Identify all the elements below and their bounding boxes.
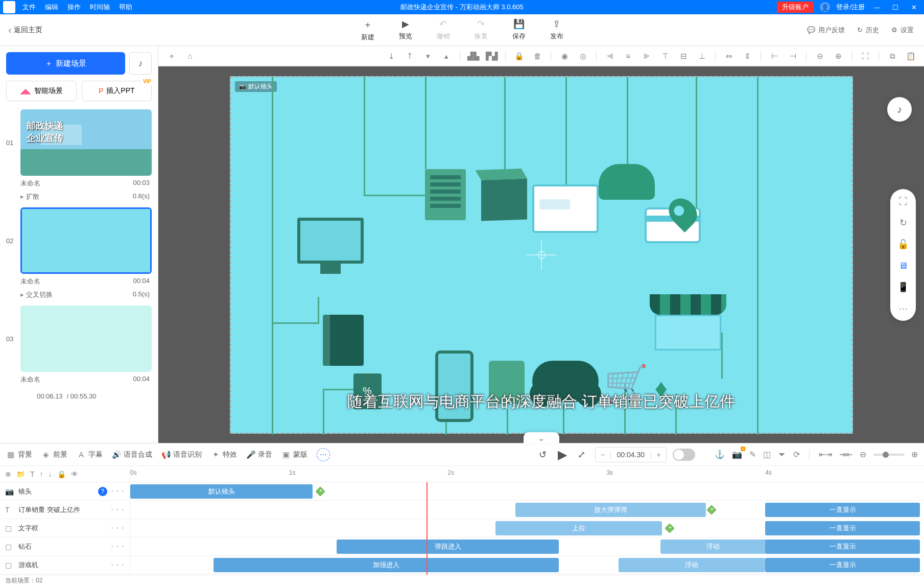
top-right-1[interactable]: ↻历史 <box>857 26 879 35</box>
align-top-icon[interactable]: ⤒ <box>402 49 417 63</box>
shoe-icon[interactable] <box>599 164 655 200</box>
transition-name[interactable]: 交叉切换 <box>26 291 53 298</box>
zoom-in-icon[interactable]: ⊕ <box>831 49 845 63</box>
canvas-music-fab[interactable]: ♪ <box>887 97 912 122</box>
eye-show-icon[interactable]: ◉ <box>557 49 572 63</box>
align-left-icon[interactable]: ⫷ <box>603 49 617 63</box>
timeline-clip[interactable]: 一直显示 <box>765 540 920 554</box>
text-tool-icon[interactable]: T <box>30 470 35 478</box>
canvas[interactable]: 默认镜头 <box>230 76 853 434</box>
scene-thumb-1[interactable] <box>20 207 152 274</box>
menu-edit[interactable]: 编辑 <box>45 3 58 12</box>
more-tabs-button[interactable]: ⋯ <box>317 448 330 461</box>
rewind-button[interactable]: ↺ <box>536 448 550 462</box>
time-minus[interactable]: − <box>596 451 611 459</box>
center-v-icon[interactable]: ⊣ <box>786 49 800 63</box>
collapse-h-icon[interactable]: ⇤⇥ <box>819 450 832 459</box>
zoom-out-icon[interactable]: ⊖ <box>813 49 827 63</box>
camera-icon[interactable]: 📷V <box>732 450 742 459</box>
edit-icon[interactable]: ✎ <box>749 450 756 459</box>
bottom-tab-3[interactable]: 🔊语音合成 <box>112 450 152 459</box>
top-action-5[interactable]: ⇪发布 <box>550 18 563 42</box>
bottom-tab-7[interactable]: ▣蒙版 <box>281 450 307 459</box>
delete-icon[interactable]: 🗑 <box>530 49 544 63</box>
timeline-clip[interactable]: 上拉 <box>495 521 662 535</box>
bring-front-icon[interactable]: ▴ <box>439 49 454 63</box>
paste-icon[interactable]: 📋 <box>904 49 918 63</box>
scene-thumb-0[interactable]: 邮政快递 企业宣传 <box>20 109 152 176</box>
track-label[interactable]: ▢ 游戏机 • • • <box>0 556 130 574</box>
add-track-icon[interactable]: ⊕ <box>5 470 11 478</box>
top-action-0[interactable]: ＋新建 <box>361 18 374 42</box>
track-lane[interactable]: 加强进入浮动一直显示 <box>130 556 924 574</box>
top-right-2[interactable]: ⚙设置 <box>891 26 914 35</box>
expand-h-icon[interactable]: ⇥⇤ <box>839 450 852 459</box>
folder-icon[interactable]: 📁 <box>16 470 25 478</box>
timeline-ruler[interactable]: 0s1s2s3s4s <box>130 466 924 482</box>
login-button[interactable]: 登录/注册 <box>836 3 865 12</box>
align-center-h-icon[interactable]: ≡ <box>621 49 635 63</box>
track-label[interactable]: ▢ 文字框 • • • <box>0 519 130 537</box>
track-label[interactable]: ▢ 钻石 • • • <box>0 537 130 555</box>
unlock-icon[interactable]: 🔓 <box>897 238 909 250</box>
help-icon[interactable]: ? <box>98 487 107 496</box>
eye-track-icon[interactable]: 👁 <box>71 470 78 478</box>
bottom-tab-4[interactable]: 📢语音识别 <box>161 450 202 459</box>
bottom-tab-2[interactable]: A字幕 <box>77 450 103 459</box>
transition-name[interactable]: 扩散 <box>26 193 39 200</box>
fit-icon[interactable]: ⛶ <box>858 49 872 63</box>
timeline-clip[interactable]: 一直显示 <box>765 558 920 572</box>
flip-v-icon[interactable]: ▛▟ <box>485 49 499 63</box>
top-action-1[interactable]: ▶预览 <box>399 18 412 42</box>
zoom-in2-icon[interactable]: ⊕ <box>911 450 918 459</box>
canvas-viewport[interactable]: 默认镜头 <box>158 66 924 443</box>
bottom-tab-1[interactable]: ◈前景 <box>41 450 67 459</box>
flip-h-icon[interactable]: ▟▙ <box>466 49 481 63</box>
center-h-icon[interactable]: ⊢ <box>767 49 781 63</box>
home-icon[interactable]: ⌂ <box>183 49 197 63</box>
fullscreen-icon[interactable]: ⛶ <box>897 195 909 207</box>
layer-down-icon[interactable]: ↓ <box>49 470 52 478</box>
lock-icon[interactable]: 🔒 <box>512 49 526 63</box>
desktop-icon[interactable]: 🖥 <box>897 260 909 272</box>
scene-thumb-2[interactable] <box>20 306 152 372</box>
mobile-icon[interactable]: 📱 <box>897 281 909 293</box>
close-button[interactable]: ✕ <box>908 4 920 11</box>
cursor-icon[interactable]: ⌖ <box>164 49 179 63</box>
align-top2-icon[interactable]: ⊤ <box>658 49 672 63</box>
send-back-icon[interactable]: ▾ <box>421 49 435 63</box>
refresh-icon[interactable]: ⟳ <box>793 450 800 459</box>
maximize-button[interactable]: ☐ <box>889 4 902 11</box>
collapse-panel-button[interactable]: ⌄ <box>524 432 559 443</box>
music-button[interactable]: ♪ <box>129 52 152 75</box>
back-home-button[interactable]: 返回主页 <box>0 24 51 36</box>
layer-up-icon[interactable]: ↑ <box>40 470 43 478</box>
timeline-clip[interactable]: 浮动 <box>619 558 765 572</box>
distribute-h-icon[interactable]: ⇔ <box>722 49 736 63</box>
timeline-clip[interactable]: 放大弹弹弹 <box>515 503 706 517</box>
lock-track-icon[interactable]: 🔒 <box>57 470 66 478</box>
track-label[interactable]: 📷 镜头 ? • • • <box>0 482 130 500</box>
zoom-out2-icon[interactable]: ⊖ <box>860 450 866 459</box>
expand-button[interactable]: ⤢ <box>575 448 589 462</box>
align-middle-icon[interactable]: ⊟ <box>676 49 691 63</box>
smart-scene-button[interactable]: ◢◣智能场景 <box>6 81 77 101</box>
store-icon[interactable] <box>650 294 726 356</box>
track-label[interactable]: T 订单销量 突破上亿件 • • • <box>0 501 130 519</box>
timeline-clip[interactable]: 默认镜头 <box>130 484 313 499</box>
book-icon[interactable] <box>323 315 364 366</box>
track-lane[interactable]: 放大弹弹弹一直显示 <box>130 501 924 519</box>
browser-icon[interactable] <box>532 184 599 233</box>
menu-file[interactable]: 文件 <box>22 3 36 12</box>
document-icon[interactable] <box>425 169 466 220</box>
zoom-slider[interactable] <box>873 454 904 456</box>
box-icon[interactable] <box>481 178 527 221</box>
top-action-4[interactable]: 💾保存 <box>512 18 526 42</box>
top-right-0[interactable]: 💬用户反馈 <box>807 26 845 35</box>
anchor-icon[interactable]: ⚓ <box>715 450 725 459</box>
timeline-clip[interactable]: 一直显示 <box>765 503 920 517</box>
align-bottom2-icon[interactable]: ⊥ <box>695 49 709 63</box>
align-bottom-icon[interactable]: ⤓ <box>384 49 398 63</box>
bottom-tab-0[interactable]: ▦背景 <box>6 450 32 459</box>
track-lane[interactable]: 默认镜头 <box>130 482 924 500</box>
